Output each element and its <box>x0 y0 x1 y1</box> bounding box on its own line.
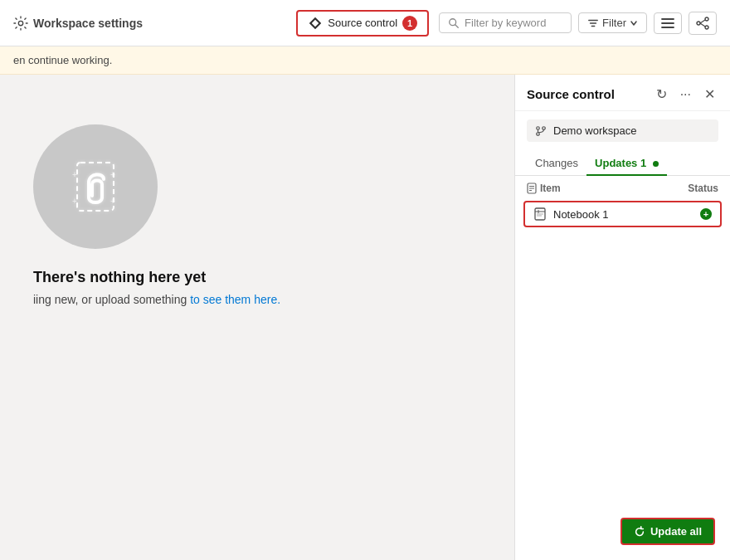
svg-text:+: + <box>72 170 77 179</box>
panel-table-header: Item Status <box>515 176 730 197</box>
tab-updates[interactable]: Updates 1 <box>586 150 667 176</box>
status-column-header: Status <box>688 183 718 194</box>
workspace-row: Demo workspace <box>527 119 718 142</box>
source-control-badge: 1 <box>402 16 417 31</box>
svg-text:+: + <box>72 197 77 206</box>
panel-title: Source control <box>527 87 615 101</box>
topbar-center: Source control 1 <box>296 10 429 37</box>
status-col-label: Status <box>688 183 718 194</box>
item-column-header: Item <box>527 183 561 194</box>
update-all-button[interactable]: Update all <box>620 518 715 545</box>
svg-point-22 <box>543 126 546 129</box>
source-control-diamond-icon <box>308 16 323 31</box>
svg-point-0 <box>18 21 22 25</box>
share-button[interactable] <box>689 12 717 35</box>
update-all-label: Update all <box>650 525 702 538</box>
empty-title: There's nothing here yet <box>33 269 206 286</box>
notebook-icon <box>533 207 547 221</box>
workspace-name: Demo workspace <box>553 124 636 137</box>
share-icon <box>696 17 709 30</box>
status-badge-new <box>700 208 712 220</box>
filter-button[interactable]: Filter <box>578 12 647 33</box>
svg-line-4 <box>455 24 459 27</box>
empty-subtitle-link[interactable]: to see them here. <box>190 293 280 306</box>
filter-lines-icon <box>587 17 599 29</box>
svg-text:+: + <box>110 170 115 179</box>
source-control-panel: Source control ↻ ··· ✕ <box>514 75 730 560</box>
refresh-icon: ↻ <box>656 86 667 102</box>
paperclip-icon: + + + + <box>62 148 129 226</box>
svg-line-15 <box>700 23 705 27</box>
svg-point-13 <box>697 22 700 25</box>
topbar-left: Workspace settings <box>13 16 286 31</box>
notification-text: en continue working. <box>13 54 112 66</box>
item-col-label: Item <box>540 183 561 194</box>
hamburger-icon <box>661 17 674 29</box>
source-control-label: Source control <box>328 17 397 29</box>
filter-input-placeholder: Filter by keyword <box>465 17 546 29</box>
close-icon: ✕ <box>704 86 715 102</box>
panel-header: Source control ↻ ··· ✕ <box>515 75 730 111</box>
main-area: + + + + There's nothing here yet iing ne… <box>0 75 730 560</box>
svg-text:+: + <box>110 197 115 206</box>
tab-updates-dot <box>653 161 659 167</box>
item-row-left: Notebook 1 <box>533 207 609 221</box>
panel-close-button[interactable]: ✕ <box>701 85 718 104</box>
svg-point-21 <box>537 126 540 129</box>
more-icon: ··· <box>680 87 691 102</box>
tab-changes-label: Changes <box>535 157 578 169</box>
topbar-right: Filter by keyword Filter <box>439 12 717 35</box>
update-refresh-icon <box>634 526 645 538</box>
workspace-settings-text: Workspace settings <box>33 17 143 30</box>
panel-refresh-button[interactable]: ↻ <box>653 85 670 104</box>
panel-tabs: Changes Updates 1 <box>515 150 730 176</box>
empty-state-area: + + + + There's nothing here yet iing ne… <box>0 75 514 560</box>
filter-input-wrapper[interactable]: Filter by keyword <box>439 12 572 33</box>
panel-more-button[interactable]: ··· <box>677 85 694 104</box>
svg-rect-31 <box>538 210 539 213</box>
workspace-settings-label: Workspace settings <box>13 16 143 31</box>
topbar: Workspace settings Source control 1 Filt… <box>0 0 730 46</box>
empty-subtitle: iing new, or upload something to see the… <box>33 293 280 306</box>
empty-subtitle-before: iing new, or upload something <box>33 293 187 306</box>
file-icon-header <box>527 183 537 194</box>
tab-changes[interactable]: Changes <box>527 150 586 176</box>
panel-actions: ↻ ··· ✕ <box>653 85 718 104</box>
item-name: Notebook 1 <box>553 208 609 221</box>
svg-line-14 <box>700 20 705 23</box>
table-row[interactable]: Notebook 1 <box>523 201 722 227</box>
source-control-button[interactable]: Source control 1 <box>296 10 429 37</box>
tab-updates-label: Updates 1 <box>595 157 646 169</box>
filter-button-label: Filter <box>602 17 626 29</box>
gear-icon <box>13 16 28 31</box>
menu-button[interactable] <box>654 12 682 34</box>
search-icon <box>448 17 460 29</box>
empty-illustration: + + + + <box>33 124 158 249</box>
svg-point-11 <box>705 17 708 21</box>
svg-point-12 <box>705 26 708 29</box>
branch-icon <box>535 125 547 137</box>
chevron-down-icon <box>630 19 638 27</box>
notification-bar: en continue working. <box>0 46 730 75</box>
